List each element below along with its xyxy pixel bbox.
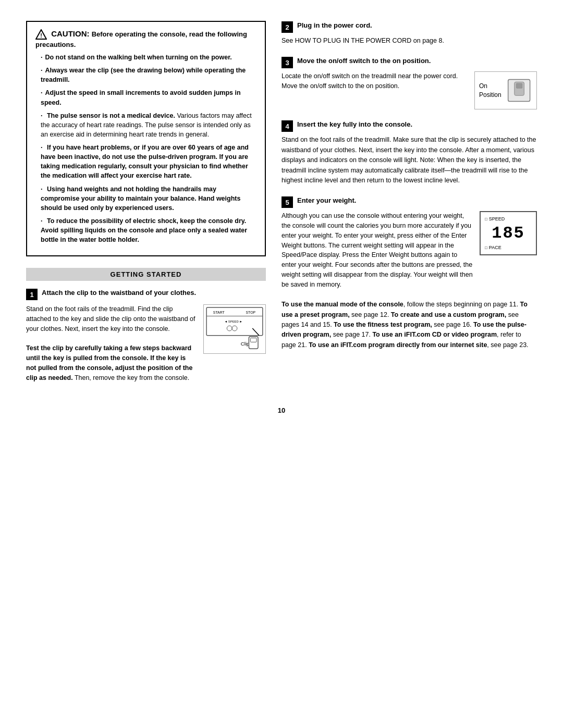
page-number: 10 — [26, 406, 537, 414]
bottom-ref-text7: , see page 23. — [487, 341, 528, 349]
caution-item-4-bold: The pulse sensor is not a medical device… — [47, 112, 175, 119]
pace-label: PACE — [485, 245, 532, 250]
step-4-header: 4 Insert the key fully into the console. — [282, 120, 537, 132]
step-2-title: Plug in the power cord. — [297, 21, 372, 30]
svg-point-8 — [232, 326, 237, 331]
step-1-title: Attach the clip to the waistband of your… — [42, 288, 196, 298]
svg-text:Clip: Clip — [241, 341, 250, 347]
svg-rect-12 — [250, 338, 256, 342]
weight-number: 185 — [485, 224, 532, 243]
caution-item-7-bold: To reduce the possibility of electric sh… — [41, 217, 247, 243]
pace-label-text: PACE — [489, 245, 501, 250]
clip-illustration-svg: START STOP ◄ SPEED ► Clip — [203, 304, 266, 354]
caution-item-2-bold: Always wear the clip (see the drawing be… — [41, 67, 246, 83]
speed-label-text: SPEED — [489, 216, 505, 221]
caution-item-2: Always wear the clip (see the drawing be… — [35, 66, 256, 84]
right-column: 2 Plug in the power cord. See HOW TO PLU… — [282, 21, 537, 391]
step-3-number: 3 — [282, 57, 293, 68]
step-1-text-block: Stand on the foot rails of the treadmill… — [26, 304, 196, 382]
caution-box: ! CAUTION: Before operating the console,… — [26, 21, 266, 256]
svg-point-7 — [227, 326, 232, 331]
weight-display-illustration: SPEED 185 PACE — [480, 211, 537, 255]
step-2-text: See HOW TO PLUG IN THE POWER CORD on pag… — [282, 37, 444, 44]
on-label: On — [479, 82, 487, 90]
step-3-body-text: Locate the on/off switch on the treadmil… — [282, 72, 458, 90]
step-3-title: Move the on/off switch to the on positio… — [297, 56, 431, 66]
fitness-test-bold: To use the fitness test program, — [334, 321, 432, 328]
caution-item-5-bold: If you have heart problems, or if you ar… — [41, 144, 249, 179]
position-label: Position — [479, 91, 501, 98]
caution-item-4: The pulse sensor is not a medical device… — [35, 111, 256, 139]
step-4-body: Stand on the foot rails of the treadmill… — [282, 135, 537, 186]
step-1-section: 1 Attach the clip to the waistband of yo… — [26, 288, 266, 382]
step-5-text-block: Although you can use the console without… — [282, 211, 473, 289]
svg-text:◄ SPEED ►: ◄ SPEED ► — [224, 320, 242, 324]
svg-text:START: START — [213, 311, 225, 314]
caution-word: CAUTION: — [51, 29, 89, 38]
step-1-number: 1 — [26, 289, 38, 300]
speed-label: SPEED — [485, 216, 532, 221]
step-1-text1: Stand on the foot rails of the treadmill… — [26, 305, 195, 332]
step-5-content: Although you can use the console without… — [282, 211, 537, 289]
caution-item-3-bold: Adjust the speed in small increments to … — [41, 89, 241, 106]
ifit-internet-bold: To use an iFIT.com program directly from… — [309, 341, 487, 349]
step-3-header: 3 Move the on/off switch to the on posit… — [282, 56, 537, 68]
bottom-ref-text4: see page 16. — [432, 321, 473, 328]
getting-started-label: GETTING STARTED — [111, 270, 182, 278]
on-position-illustration: On Position — [474, 71, 537, 109]
step-2-section: 2 Plug in the power cord. See HOW TO PLU… — [282, 21, 537, 46]
step-5-title: Enter your weight. — [297, 196, 356, 205]
ifit-cd-bold: To use an iFIT.com CD or video program — [372, 331, 497, 338]
getting-started-header: GETTING STARTED — [26, 268, 266, 281]
step-5-header: 5 Enter your weight. — [282, 196, 537, 208]
step-3-text: Locate the on/off switch on the treadmil… — [282, 71, 467, 91]
warning-triangle-icon: ! — [35, 29, 47, 40]
caution-item-1: Do not stand on the walking belt when tu… — [35, 53, 256, 62]
bottom-ref-text1: , follow the steps beginning on page 11. — [403, 301, 520, 308]
svg-rect-15 — [516, 83, 522, 88]
step-4-number: 4 — [282, 120, 293, 132]
bottom-ref-text5: see page 17. — [331, 331, 372, 338]
step-1-header: 1 Attach the clip to the waistband of yo… — [26, 288, 266, 300]
step-1-illustration: START STOP ◄ SPEED ► Clip — [203, 304, 266, 355]
caution-item-7: To reduce the possibility of electric sh… — [35, 216, 256, 244]
caution-list: Do not stand on the walking belt when tu… — [35, 53, 256, 244]
caution-item-1-bold: Do not stand on the walking belt when tu… — [45, 54, 231, 61]
caution-item-6-bold: Using hand weights and not holding the h… — [41, 186, 240, 212]
step-5-text1: Although you can use the console without… — [282, 212, 473, 288]
custom-program-bold: To create and use a custom program, — [391, 311, 506, 318]
step-2-body: See HOW TO PLUG IN THE POWER CORD on pag… — [282, 36, 537, 46]
step-4-section: 4 Insert the key fully into the console.… — [282, 120, 537, 186]
svg-line-9 — [252, 328, 259, 336]
bottom-reference: To use the manual mode of the console, f… — [282, 300, 537, 350]
caution-item-3: Adjust the speed in small increments to … — [35, 88, 256, 107]
step-2-number: 2 — [282, 21, 293, 33]
step-1-content: Stand on the foot rails of the treadmill… — [26, 304, 266, 382]
switch-svg — [506, 76, 532, 105]
step-2-header: 2 Plug in the power cord. — [282, 21, 537, 33]
step-3-content: Locate the on/off switch on the treadmil… — [282, 71, 537, 109]
step-1-text2: Then, remove the key from the console. — [75, 374, 189, 381]
svg-text:!: ! — [40, 32, 42, 39]
step-4-title: Insert the key fully into the console. — [297, 120, 412, 129]
manual-mode-bold: To use the manual mode of the console — [282, 301, 403, 308]
on-position-text: On Position — [479, 82, 501, 100]
caution-item-5: If you have heart problems, or if you ar… — [35, 143, 256, 181]
left-column: ! CAUTION: Before operating the console,… — [26, 21, 266, 391]
bottom-ref-text2: see page 12. — [350, 311, 391, 318]
step-5-section: 5 Enter your weight. Although you can us… — [282, 196, 537, 289]
page-container: ! CAUTION: Before operating the console,… — [26, 21, 537, 391]
step-5-number: 5 — [282, 196, 293, 208]
step-4-text: Stand on the foot rails of the treadmill… — [282, 136, 536, 184]
caution-title: ! CAUTION: Before operating the console,… — [35, 29, 256, 48]
step-3-section: 3 Move the on/off switch to the on posit… — [282, 56, 537, 109]
caution-item-6: Using hand weights and not holding the h… — [35, 184, 256, 213]
svg-text:STOP: STOP — [246, 311, 256, 314]
